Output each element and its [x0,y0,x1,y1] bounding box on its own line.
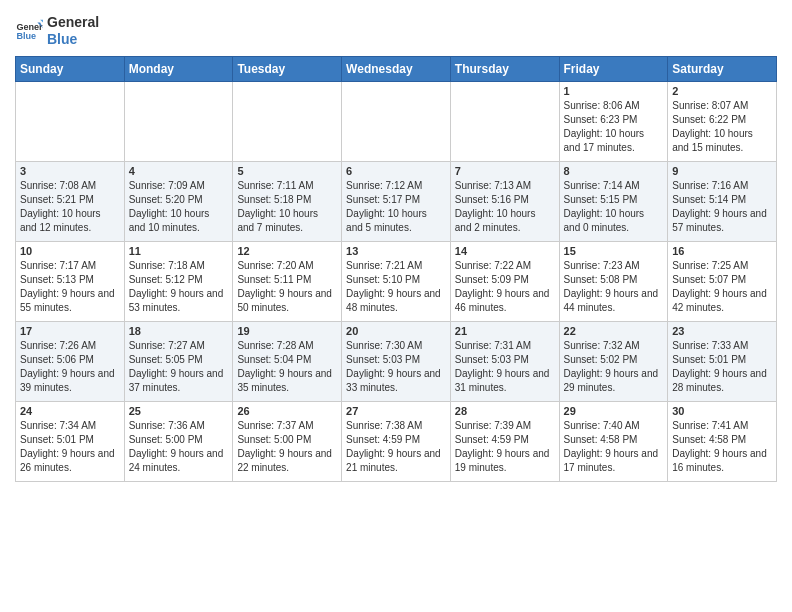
day-info: Sunrise: 8:06 AM Sunset: 6:23 PM Dayligh… [564,99,664,155]
logo-blue: Blue [47,31,99,48]
calendar-cell: 14Sunrise: 7:22 AM Sunset: 5:09 PM Dayli… [450,241,559,321]
day-number: 21 [455,325,555,337]
day-info: Sunrise: 7:41 AM Sunset: 4:58 PM Dayligh… [672,419,772,475]
calendar-cell: 9Sunrise: 7:16 AM Sunset: 5:14 PM Daylig… [668,161,777,241]
logo-general: General [47,14,99,31]
calendar-cell: 25Sunrise: 7:36 AM Sunset: 5:00 PM Dayli… [124,401,233,481]
calendar-cell: 22Sunrise: 7:32 AM Sunset: 5:02 PM Dayli… [559,321,668,401]
day-number: 15 [564,245,664,257]
calendar-cell: 3Sunrise: 7:08 AM Sunset: 5:21 PM Daylig… [16,161,125,241]
calendar-cell: 17Sunrise: 7:26 AM Sunset: 5:06 PM Dayli… [16,321,125,401]
day-info: Sunrise: 7:34 AM Sunset: 5:01 PM Dayligh… [20,419,120,475]
day-info: Sunrise: 7:20 AM Sunset: 5:11 PM Dayligh… [237,259,337,315]
day-number: 13 [346,245,446,257]
week-row-1: 1Sunrise: 8:06 AM Sunset: 6:23 PM Daylig… [16,81,777,161]
calendar-cell: 6Sunrise: 7:12 AM Sunset: 5:17 PM Daylig… [342,161,451,241]
day-header-friday: Friday [559,56,668,81]
day-number: 4 [129,165,229,177]
day-info: Sunrise: 8:07 AM Sunset: 6:22 PM Dayligh… [672,99,772,155]
calendar-cell: 20Sunrise: 7:30 AM Sunset: 5:03 PM Dayli… [342,321,451,401]
day-header-tuesday: Tuesday [233,56,342,81]
day-info: Sunrise: 7:12 AM Sunset: 5:17 PM Dayligh… [346,179,446,235]
day-number: 2 [672,85,772,97]
day-number: 18 [129,325,229,337]
calendar-cell [233,81,342,161]
day-header-monday: Monday [124,56,233,81]
day-info: Sunrise: 7:39 AM Sunset: 4:59 PM Dayligh… [455,419,555,475]
day-info: Sunrise: 7:36 AM Sunset: 5:00 PM Dayligh… [129,419,229,475]
calendar-cell: 26Sunrise: 7:37 AM Sunset: 5:00 PM Dayli… [233,401,342,481]
day-header-wednesday: Wednesday [342,56,451,81]
logo: General Blue General Blue [15,14,99,48]
week-row-4: 17Sunrise: 7:26 AM Sunset: 5:06 PM Dayli… [16,321,777,401]
calendar-cell: 1Sunrise: 8:06 AM Sunset: 6:23 PM Daylig… [559,81,668,161]
day-info: Sunrise: 7:23 AM Sunset: 5:08 PM Dayligh… [564,259,664,315]
day-number: 6 [346,165,446,177]
week-row-5: 24Sunrise: 7:34 AM Sunset: 5:01 PM Dayli… [16,401,777,481]
day-info: Sunrise: 7:22 AM Sunset: 5:09 PM Dayligh… [455,259,555,315]
day-number: 26 [237,405,337,417]
day-number: 14 [455,245,555,257]
calendar-cell [124,81,233,161]
svg-text:Blue: Blue [16,31,36,41]
day-info: Sunrise: 7:30 AM Sunset: 5:03 PM Dayligh… [346,339,446,395]
calendar-cell: 24Sunrise: 7:34 AM Sunset: 5:01 PM Dayli… [16,401,125,481]
calendar-cell: 27Sunrise: 7:38 AM Sunset: 4:59 PM Dayli… [342,401,451,481]
page-header: General Blue General Blue [15,10,777,48]
day-info: Sunrise: 7:14 AM Sunset: 5:15 PM Dayligh… [564,179,664,235]
day-number: 17 [20,325,120,337]
week-row-2: 3Sunrise: 7:08 AM Sunset: 5:21 PM Daylig… [16,161,777,241]
day-number: 8 [564,165,664,177]
day-info: Sunrise: 7:17 AM Sunset: 5:13 PM Dayligh… [20,259,120,315]
day-info: Sunrise: 7:32 AM Sunset: 5:02 PM Dayligh… [564,339,664,395]
calendar-cell: 18Sunrise: 7:27 AM Sunset: 5:05 PM Dayli… [124,321,233,401]
day-number: 30 [672,405,772,417]
day-info: Sunrise: 7:18 AM Sunset: 5:12 PM Dayligh… [129,259,229,315]
calendar-cell: 28Sunrise: 7:39 AM Sunset: 4:59 PM Dayli… [450,401,559,481]
day-number: 22 [564,325,664,337]
day-info: Sunrise: 7:21 AM Sunset: 5:10 PM Dayligh… [346,259,446,315]
calendar-cell: 7Sunrise: 7:13 AM Sunset: 5:16 PM Daylig… [450,161,559,241]
day-header-sunday: Sunday [16,56,125,81]
day-info: Sunrise: 7:38 AM Sunset: 4:59 PM Dayligh… [346,419,446,475]
calendar-cell [16,81,125,161]
week-row-3: 10Sunrise: 7:17 AM Sunset: 5:13 PM Dayli… [16,241,777,321]
day-number: 5 [237,165,337,177]
day-number: 3 [20,165,120,177]
day-number: 23 [672,325,772,337]
day-number: 25 [129,405,229,417]
day-info: Sunrise: 7:28 AM Sunset: 5:04 PM Dayligh… [237,339,337,395]
calendar-cell: 13Sunrise: 7:21 AM Sunset: 5:10 PM Dayli… [342,241,451,321]
day-number: 29 [564,405,664,417]
day-info: Sunrise: 7:25 AM Sunset: 5:07 PM Dayligh… [672,259,772,315]
day-number: 1 [564,85,664,97]
calendar-table: SundayMondayTuesdayWednesdayThursdayFrid… [15,56,777,482]
day-number: 19 [237,325,337,337]
calendar-cell: 10Sunrise: 7:17 AM Sunset: 5:13 PM Dayli… [16,241,125,321]
day-info: Sunrise: 7:31 AM Sunset: 5:03 PM Dayligh… [455,339,555,395]
calendar-cell [342,81,451,161]
day-number: 16 [672,245,772,257]
calendar-cell: 29Sunrise: 7:40 AM Sunset: 4:58 PM Dayli… [559,401,668,481]
day-number: 9 [672,165,772,177]
calendar-cell: 19Sunrise: 7:28 AM Sunset: 5:04 PM Dayli… [233,321,342,401]
calendar-cell: 12Sunrise: 7:20 AM Sunset: 5:11 PM Dayli… [233,241,342,321]
logo-icon: General Blue [15,17,43,45]
day-header-thursday: Thursday [450,56,559,81]
day-info: Sunrise: 7:13 AM Sunset: 5:16 PM Dayligh… [455,179,555,235]
day-info: Sunrise: 7:40 AM Sunset: 4:58 PM Dayligh… [564,419,664,475]
calendar-cell: 2Sunrise: 8:07 AM Sunset: 6:22 PM Daylig… [668,81,777,161]
day-number: 20 [346,325,446,337]
header-row: SundayMondayTuesdayWednesdayThursdayFrid… [16,56,777,81]
calendar-cell: 23Sunrise: 7:33 AM Sunset: 5:01 PM Dayli… [668,321,777,401]
day-number: 7 [455,165,555,177]
calendar-cell: 5Sunrise: 7:11 AM Sunset: 5:18 PM Daylig… [233,161,342,241]
calendar-cell: 30Sunrise: 7:41 AM Sunset: 4:58 PM Dayli… [668,401,777,481]
day-info: Sunrise: 7:26 AM Sunset: 5:06 PM Dayligh… [20,339,120,395]
calendar-cell: 4Sunrise: 7:09 AM Sunset: 5:20 PM Daylig… [124,161,233,241]
calendar-cell: 15Sunrise: 7:23 AM Sunset: 5:08 PM Dayli… [559,241,668,321]
calendar-cell: 8Sunrise: 7:14 AM Sunset: 5:15 PM Daylig… [559,161,668,241]
day-info: Sunrise: 7:11 AM Sunset: 5:18 PM Dayligh… [237,179,337,235]
calendar-cell: 21Sunrise: 7:31 AM Sunset: 5:03 PM Dayli… [450,321,559,401]
calendar-cell: 16Sunrise: 7:25 AM Sunset: 5:07 PM Dayli… [668,241,777,321]
